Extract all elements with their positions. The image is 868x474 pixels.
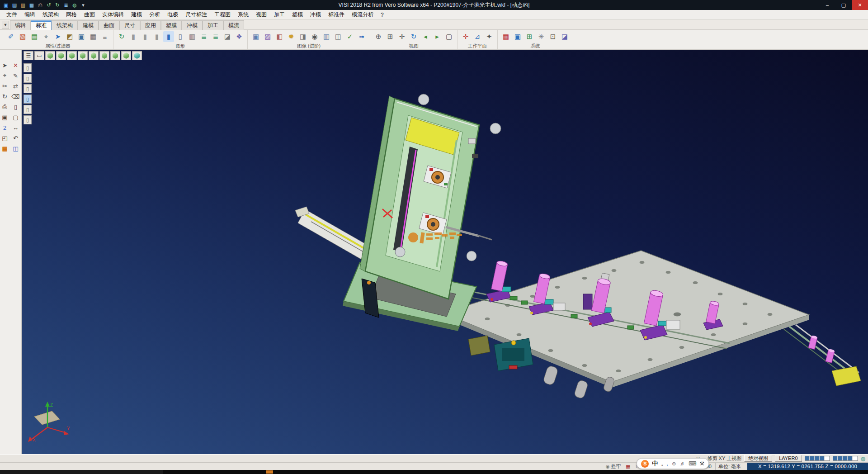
zoom-window-icon[interactable]: ⊞ <box>385 31 396 42</box>
open-file-icon[interactable]: ▥ <box>19 1 27 9</box>
viewport-3d[interactable]: ☰▭ ▯▯▯▯▯▯ <box>22 50 868 454</box>
view-cube-front-icon[interactable] <box>67 51 77 60</box>
trim-icon[interactable]: ✂ <box>0 81 9 90</box>
view-shaded-icon[interactable] <box>132 51 142 60</box>
cylinder-view-icon[interactable]: ▮ <box>151 31 162 42</box>
mirror-icon[interactable]: ⇄ <box>11 81 20 90</box>
menu-item[interactable]: 文件 <box>3 10 21 19</box>
view-cube-back-icon[interactable] <box>99 51 109 60</box>
view-state-button[interactable]: ▯ <box>24 63 32 72</box>
cylinder-view-icon[interactable]: ▮ <box>128 31 139 42</box>
workplane-3point-icon[interactable]: ✦ <box>484 31 495 42</box>
dimension-2d-icon[interactable]: 2 <box>0 123 9 132</box>
menu-item[interactable]: 尺寸标注 <box>182 10 211 19</box>
menu-item[interactable]: 冲模 <box>307 10 325 19</box>
workplane-icon[interactable]: ✛ <box>460 31 471 42</box>
save-icon[interactable]: ◫ <box>11 144 20 153</box>
globe-icon[interactable]: ◍ <box>71 1 79 9</box>
rotate-view-icon[interactable]: ↻ <box>408 31 419 42</box>
properties-icon[interactable]: ✐ <box>5 31 16 42</box>
layer-button[interactable]: LAYER0 <box>775 455 802 462</box>
ime-keyboard-icon[interactable]: ⌨ <box>689 460 696 467</box>
minimize-button[interactable]: – <box>819 0 835 10</box>
render-icon[interactable]: ❖ <box>234 31 245 42</box>
menu-item[interactable]: 视图 <box>252 10 270 19</box>
sheet-icon[interactable]: ▯ <box>11 102 20 111</box>
view-state-button[interactable]: ▯ <box>24 74 32 83</box>
zoom-all-icon[interactable]: ⊕ <box>373 31 384 42</box>
material-icon[interactable]: ◧ <box>274 31 285 42</box>
transparency-icon[interactable]: ◫ <box>333 31 344 42</box>
absolute-view-button[interactable]: 绝对视图 <box>744 455 772 462</box>
menu-item[interactable]: 工程图 <box>211 10 234 19</box>
animation-icon[interactable]: ➟ <box>356 31 367 42</box>
view-state-button[interactable]: ▯ <box>24 84 32 93</box>
next-view-icon[interactable]: ▸ <box>432 31 443 42</box>
menu-item[interactable]: 系统 <box>234 10 252 19</box>
redo-icon[interactable]: ↻ <box>53 1 61 9</box>
pan-icon[interactable]: ✛ <box>396 31 407 42</box>
rotate-icon[interactable]: ↻ <box>0 92 9 101</box>
dropdown-arrow-icon[interactable]: ▾ <box>79 1 87 9</box>
menu-item[interactable]: 模流分析 <box>348 10 377 19</box>
chevron-down-icon[interactable]: ▼ <box>2 21 9 29</box>
shadow-icon[interactable]: ◨ <box>297 31 308 42</box>
save-icon[interactable]: ▦ <box>28 1 36 9</box>
layer-filter-icon[interactable]: ▤ <box>29 31 40 42</box>
edit-pencil-icon[interactable]: ✎ <box>11 71 20 80</box>
ime-punctuation-icon[interactable]: 。, <box>661 460 668 468</box>
menu-item[interactable]: 线架构 <box>39 10 62 19</box>
previous-view-icon[interactable]: ◂ <box>420 31 431 42</box>
select-filter-icon[interactable]: ➤ <box>52 31 63 42</box>
mask-icon[interactable]: ◩ <box>64 31 75 42</box>
database-add-icon[interactable]: ≣ <box>210 31 221 42</box>
view-cube-top-icon[interactable] <box>56 51 66 60</box>
color-filter-icon[interactable]: ▧ <box>17 31 28 42</box>
palette-grid-icon[interactable]: ▦ <box>0 144 9 153</box>
texture-icon[interactable]: ▨ <box>262 31 273 42</box>
snap-point-icon[interactable]: ⌖ <box>0 71 9 80</box>
view-cube-right-icon[interactable] <box>78 51 88 60</box>
workplane-align-icon[interactable]: ⊿ <box>472 31 483 42</box>
viewport-canvas[interactable] <box>22 50 868 454</box>
menu-item[interactable]: 塑模 <box>288 10 307 19</box>
layers-icon[interactable]: ≣ <box>62 1 70 9</box>
transfer-rail-right[interactable] <box>784 325 861 386</box>
wire-box-icon[interactable]: ▢ <box>11 113 20 122</box>
tab-标准[interactable]: 标准 <box>31 20 52 30</box>
wireframe-mode-icon[interactable]: ▯ <box>175 31 186 42</box>
view-cube-iso-icon[interactable] <box>45 51 55 60</box>
menu-item[interactable]: 电极 <box>164 10 182 19</box>
light-icon[interactable]: ✹ <box>286 31 297 42</box>
menu-item[interactable]: 建模 <box>127 10 146 19</box>
menu-item[interactable]: 曲面 <box>80 10 99 19</box>
menu-item[interactable]: 分析 <box>146 10 164 19</box>
viewport-menu-icon[interactable]: ☰ <box>24 51 33 60</box>
measure-icon[interactable]: ↔ <box>11 123 20 132</box>
tab-编辑[interactable]: 编辑 <box>10 20 31 30</box>
view-cube-left-icon[interactable] <box>89 51 99 60</box>
view-cube-axo-icon[interactable] <box>121 51 131 60</box>
close-button[interactable]: ✕ <box>852 0 868 10</box>
filter-all-icon[interactable]: ▦ <box>88 31 99 42</box>
ime-toolbar[interactable]: S 中 。,☺♬⌨⚒ <box>637 458 709 469</box>
solid-box-icon[interactable]: ▣ <box>0 113 9 122</box>
config-icon[interactable]: ◪ <box>559 31 570 42</box>
tab-加工[interactable]: 加工 <box>203 20 223 30</box>
tab-塑膜[interactable]: 塑膜 <box>161 20 182 30</box>
fullscreen-icon[interactable]: ▢ <box>443 31 454 42</box>
tab-尺寸[interactable]: 尺寸 <box>119 20 140 30</box>
units-readout[interactable]: 单位: 毫米 <box>715 463 744 470</box>
view-cube-bottom-icon[interactable] <box>110 51 120 60</box>
menu-item[interactable]: ? <box>377 11 387 19</box>
menu-item[interactable]: 网格 <box>62 10 80 19</box>
tab-线架构[interactable]: 线架构 <box>52 20 78 30</box>
bounding-box-icon[interactable]: ◰ <box>0 133 9 142</box>
undo-icon[interactable]: ↶ <box>11 133 20 142</box>
tab-冲模[interactable]: 冲模 <box>182 20 203 30</box>
print-icon[interactable]: ⎙ <box>0 102 9 111</box>
ime-emoji-icon[interactable]: ☺ <box>671 460 677 467</box>
section-icon[interactable]: ◪ <box>222 31 233 42</box>
delete-icon[interactable]: ✕ <box>11 61 20 70</box>
print-icon[interactable]: ⎙ <box>36 1 44 9</box>
